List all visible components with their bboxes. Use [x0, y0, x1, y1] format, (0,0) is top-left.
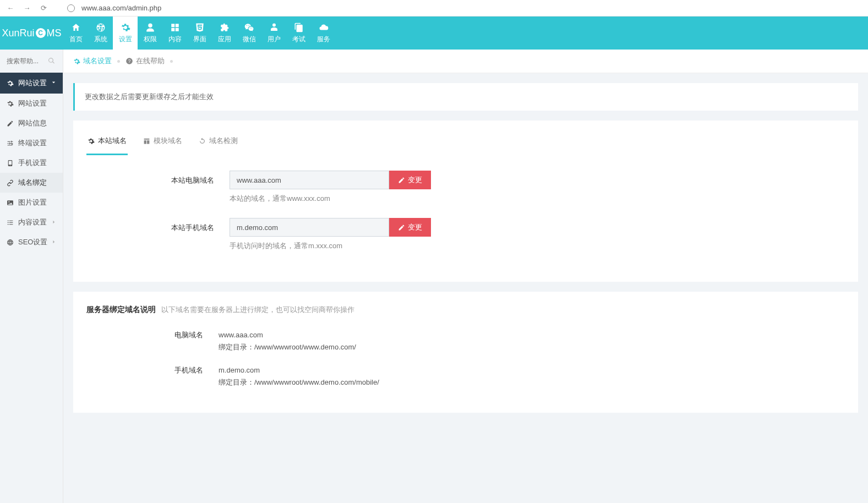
chevron-right-icon: [50, 218, 57, 227]
chevron-down-icon: [50, 79, 57, 88]
form-label: 本站手机域名: [86, 218, 230, 233]
sidebar-item-label: 域名绑定: [18, 178, 47, 188]
sidebar-item-label: 网站设置: [18, 99, 47, 108]
sidebar-item-mobile[interactable]: 手机设置: [0, 153, 63, 173]
form-label: 本站电脑域名: [86, 171, 230, 185]
topnav-home[interactable]: 首页: [63, 17, 88, 50]
sidebar-item-cog[interactable]: 网站设置: [0, 94, 63, 113]
sidebar-item-image[interactable]: 图片设置: [0, 193, 63, 212]
info-value: m.demo.com绑定目录：/www/wwwroot/www.demo.com…: [219, 364, 379, 389]
topnav-label: 应用: [218, 35, 231, 44]
site-info-icon[interactable]: [67, 4, 75, 12]
server-bind-panel: 服务器绑定域名说明 以下域名需要在服务器上进行绑定，也可以找空间商帮你操作 电脑…: [73, 292, 858, 413]
topnav-label: 系统: [94, 35, 107, 44]
sidebar-item-label: 网站信息: [18, 118, 47, 128]
topnav-copy[interactable]: 考试: [286, 17, 311, 50]
breadcrumb-separator: [117, 60, 120, 63]
tab-label: 域名检测: [209, 136, 238, 146]
info-value: www.aaa.com绑定目录：/www/wwwroot/www.demo.co…: [219, 329, 356, 353]
pc-domain-input[interactable]: [230, 171, 389, 189]
topnav-label: 设置: [119, 35, 132, 44]
domain-panel: 本站域名模块域名域名检测 本站电脑域名 变更 本站的域名，通常www.xxx.c…: [73, 121, 858, 282]
main-content: 域名设置 在线帮助 更改数据之后需要更新缓存之后才能生效 本站域名模块域名域名检…: [63, 50, 868, 503]
sidebar-item-label: 手机设置: [18, 158, 47, 168]
help-text: 手机访问时的域名，通常m.xxx.com: [230, 241, 431, 251]
breadcrumb: 域名设置 在线帮助: [63, 50, 868, 73]
topnav-label: 服务: [317, 35, 330, 44]
tab-cog[interactable]: 本站域名: [86, 130, 128, 155]
sidebar-item-label: SEO设置: [18, 237, 47, 247]
info-label: 手机域名: [86, 364, 219, 375]
tab-refresh[interactable]: 域名检测: [198, 130, 239, 155]
topnav-label: 权限: [144, 35, 157, 44]
topnav-label: 考试: [292, 35, 305, 44]
topnav-label: 微信: [243, 35, 256, 44]
sidebar-item-globe2[interactable]: SEO设置: [0, 232, 63, 252]
tabs: 本站域名模块域名域名检测: [86, 121, 845, 155]
topnav-cloud[interactable]: 服务: [311, 17, 336, 50]
sidebar-item-link[interactable]: 域名绑定: [0, 173, 63, 193]
topnav-person[interactable]: 用户: [261, 17, 286, 50]
button-label: 变更: [408, 175, 422, 185]
info-alert: 更改数据之后需要更新缓存之后才能生效: [73, 83, 858, 111]
breadcrumb-domain-settings[interactable]: 域名设置: [73, 56, 112, 66]
sidebar-item-edit[interactable]: 网站信息: [0, 113, 63, 133]
topnav-label: 首页: [69, 35, 83, 44]
topnav-user[interactable]: 权限: [138, 17, 162, 50]
section-subtitle: 以下域名需要在服务器上进行绑定，也可以找空间商帮你操作: [161, 305, 354, 314]
topnav-label: 界面: [193, 35, 206, 44]
logo[interactable]: XunRuiCMS: [0, 17, 63, 50]
topnav-puzzle[interactable]: 应用: [212, 17, 237, 50]
breadcrumb-help[interactable]: 在线帮助: [125, 56, 165, 66]
topnav-html5[interactable]: 界面: [187, 17, 212, 50]
domain-form: 本站电脑域名 变更 本站的域名，通常www.xxx.com 本站手机: [86, 155, 845, 251]
sidebar-item-label: 图片设置: [18, 198, 47, 207]
search-icon: [48, 57, 55, 66]
sidebar-group-site-settings[interactable]: 网站设置: [0, 73, 63, 94]
topnav-wechat[interactable]: 微信: [237, 17, 261, 50]
mobile-domain-input[interactable]: [230, 218, 389, 237]
section-title: 服务器绑定域名说明: [86, 305, 156, 314]
tab-table[interactable]: 模块域名: [142, 130, 183, 155]
form-row-pc-domain: 本站电脑域名 变更 本站的域名，通常www.xxx.com: [86, 171, 845, 204]
top-nav: 首页系统设置权限内容界面应用微信用户考试服务: [63, 17, 336, 50]
sidebar-group-label: 网站设置: [18, 78, 47, 88]
sidebar-item-label: 内容设置: [18, 217, 47, 227]
address-bar[interactable]: www.aaa.com/admin.php: [81, 4, 161, 12]
topnav-grid[interactable]: 内容: [162, 17, 187, 50]
chevron-right-icon: [50, 238, 57, 247]
reload-button[interactable]: ⟳: [39, 3, 48, 13]
sidebar-item-list[interactable]: 内容设置: [0, 212, 63, 232]
logo-prefix: XunRui: [2, 28, 34, 39]
form-row-mobile-domain: 本站手机域名 变更 手机访问时的域名，通常m.xxx.com: [86, 218, 845, 251]
change-mobile-domain-button[interactable]: 变更: [389, 218, 431, 237]
sidebar-search: [0, 50, 63, 73]
top-header: XunRuiCMS 首页系统设置权限内容界面应用微信用户考试服务: [0, 17, 868, 50]
sidebar-item-label: 终端设置: [18, 138, 47, 148]
tab-label: 本站域名: [98, 136, 127, 146]
sidebar-item-sliders[interactable]: 终端设置: [0, 133, 63, 153]
topnav-cog[interactable]: 设置: [113, 17, 138, 50]
help-text: 本站的域名，通常www.xxx.com: [230, 194, 431, 204]
server-info-row: 手机域名m.demo.com绑定目录：/www/wwwroot/www.demo…: [86, 364, 845, 389]
breadcrumb-label: 在线帮助: [136, 56, 165, 66]
breadcrumb-separator: [170, 60, 173, 63]
button-label: 变更: [408, 222, 422, 232]
browser-toolbar: ← → ⟳ www.aaa.com/admin.php: [0, 0, 868, 17]
sidebar: 网站设置 网站设置网站信息终端设置手机设置域名绑定图片设置内容设置SEO设置: [0, 50, 63, 503]
server-info-row: 电脑域名www.aaa.com绑定目录：/www/wwwroot/www.dem…: [86, 329, 845, 353]
change-pc-domain-button[interactable]: 变更: [389, 171, 431, 189]
back-button[interactable]: ←: [6, 3, 15, 13]
forward-button[interactable]: →: [22, 3, 32, 13]
info-label: 电脑域名: [86, 329, 219, 340]
logo-suffix: MS: [47, 28, 62, 39]
topnav-label: 内容: [168, 35, 182, 44]
topnav-label: 用户: [268, 35, 281, 44]
tab-label: 模块域名: [154, 136, 182, 146]
topnav-globe[interactable]: 系统: [88, 17, 113, 50]
breadcrumb-label: 域名设置: [83, 56, 112, 66]
